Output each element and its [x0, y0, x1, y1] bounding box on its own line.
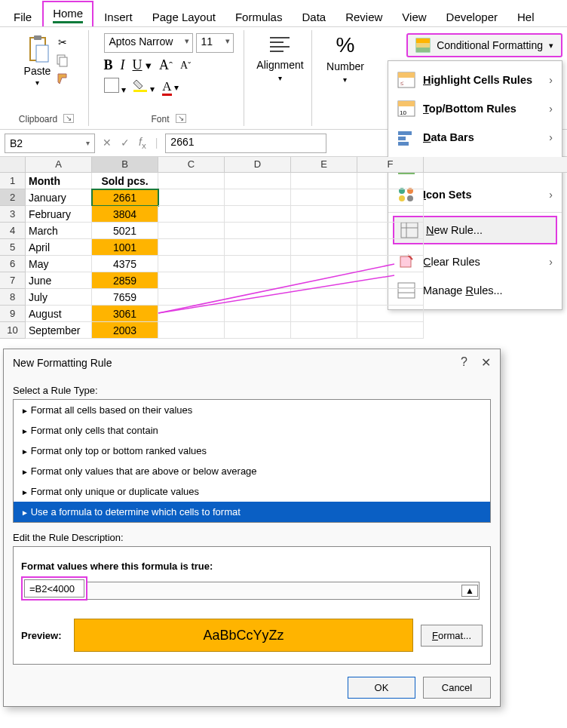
rule-type-option[interactable]: Format all cells based on their values	[14, 400, 490, 420]
formula-bar[interactable]: 2661	[165, 134, 326, 153]
cell[interactable]: 2859	[92, 272, 158, 289]
cell[interactable]	[225, 272, 291, 289]
cell[interactable]: Month	[26, 173, 92, 189]
cell[interactable]: 4375	[92, 256, 158, 272]
cf-menu-highlight-cells-rules[interactable]: ≤Highlight Cells Rules›	[388, 66, 562, 94]
cell[interactable]	[357, 173, 424, 189]
cell[interactable]: 5021	[92, 223, 158, 239]
rule-type-option[interactable]: Format only top or bottom ranked values	[14, 441, 490, 461]
cell[interactable]	[158, 223, 225, 239]
rule-type-option[interactable]: Format only unique or duplicate values	[14, 481, 490, 502]
cell[interactable]	[357, 289, 424, 306]
cell[interactable]	[291, 256, 357, 272]
rule-type-option[interactable]: Format only cells that contain	[14, 420, 490, 441]
cell[interactable]	[291, 206, 357, 223]
cell[interactable]	[291, 189, 357, 206]
cell[interactable]	[357, 272, 424, 289]
col-E[interactable]: E	[291, 157, 357, 172]
borders-button[interactable]: ▾	[104, 78, 127, 95]
cell[interactable]	[291, 173, 357, 189]
cell[interactable]	[225, 306, 291, 322]
paste-button[interactable]: Paste ▾	[23, 33, 53, 88]
cell[interactable]	[291, 322, 357, 339]
cell[interactable]: 3804	[92, 206, 158, 223]
cell[interactable]	[357, 206, 424, 223]
cell[interactable]	[158, 173, 225, 189]
cell[interactable]: July	[26, 289, 92, 306]
row-header[interactable]: 4	[0, 223, 26, 239]
row-header[interactable]: 7	[0, 272, 26, 289]
rule-type-list[interactable]: Format all cells based on their valuesFo…	[13, 399, 491, 523]
cell[interactable]: 3061	[92, 306, 158, 322]
menu-insert[interactable]: Insert	[95, 6, 142, 26]
row-header[interactable]: 1	[0, 173, 26, 189]
alignment-button[interactable]: Alignment ▾	[256, 33, 303, 82]
cell[interactable]	[158, 289, 225, 306]
cell[interactable]: February	[26, 206, 92, 223]
cell[interactable]	[225, 322, 291, 339]
menu-home[interactable]: Home	[42, 1, 93, 26]
cell[interactable]	[158, 272, 225, 289]
grow-font-icon[interactable]: Aˆ	[159, 57, 173, 73]
row-header[interactable]: 3	[0, 206, 26, 223]
menu-pagelayout[interactable]: Page Layout	[143, 6, 225, 26]
cell[interactable]	[158, 189, 225, 206]
format-button[interactable]: Format...	[421, 625, 483, 647]
cell[interactable]: April	[26, 239, 92, 256]
font-name-combo[interactable]: Aptos Narrow	[104, 33, 193, 53]
cell[interactable]	[158, 206, 225, 223]
formula-input[interactable]	[24, 579, 84, 597]
menu-data[interactable]: Data	[293, 6, 335, 26]
help-icon[interactable]: ?	[461, 355, 467, 370]
col-F[interactable]: F	[357, 157, 424, 172]
underline-button[interactable]: U ▾	[133, 57, 152, 73]
cancel-button[interactable]: Cancel	[423, 677, 491, 699]
bold-button[interactable]: B	[104, 57, 113, 73]
col-A[interactable]: A	[26, 157, 92, 172]
cell[interactable]	[158, 256, 225, 272]
fill-color-button[interactable]: ▾	[133, 78, 155, 94]
cell[interactable]	[291, 272, 357, 289]
row-header[interactable]: 5	[0, 239, 26, 256]
number-button[interactable]: % Number ▾	[326, 33, 364, 84]
menu-developer[interactable]: Developer	[437, 6, 507, 26]
cell[interactable]	[291, 306, 357, 322]
col-B[interactable]: B	[92, 157, 158, 172]
cf-menu-data-bars[interactable]: Data Bars›	[388, 123, 562, 152]
name-box[interactable]: B2	[5, 134, 95, 153]
cell[interactable]: August	[26, 306, 92, 322]
row-header[interactable]: 8	[0, 289, 26, 306]
cell[interactable]	[291, 239, 357, 256]
rule-type-option[interactable]: Use a formula to determine which cells t…	[14, 502, 490, 522]
font-color-button[interactable]: A ▾	[162, 79, 179, 94]
cell[interactable]	[158, 306, 225, 322]
cell[interactable]	[225, 256, 291, 272]
cell[interactable]	[357, 189, 424, 206]
cell[interactable]: Sold pcs.	[92, 173, 158, 189]
cell[interactable]	[225, 173, 291, 189]
cut-icon[interactable]: ✂	[55, 35, 70, 50]
cell[interactable]: January	[26, 189, 92, 206]
row-header[interactable]: 2	[0, 189, 26, 206]
select-all-corner[interactable]	[0, 157, 26, 172]
cell[interactable]: March	[26, 223, 92, 239]
font-size-combo[interactable]: 11	[196, 33, 234, 53]
formula-input-ext[interactable]	[87, 582, 480, 600]
row-header[interactable]: 6	[0, 256, 26, 272]
worksheet-grid[interactable]: A B C D E F 1MonthSold pcs.2January26613…	[0, 157, 567, 339]
col-D[interactable]: D	[225, 157, 291, 172]
cf-menu-top-bottom-rules[interactable]: 10Top/Bottom Rules›	[388, 94, 562, 123]
cell[interactable]	[225, 289, 291, 306]
cell[interactable]	[357, 256, 424, 272]
menu-review[interactable]: Review	[336, 6, 391, 26]
cell[interactable]: May	[26, 256, 92, 272]
fx-icon[interactable]: fx	[136, 136, 149, 150]
font-launcher-icon[interactable]: ↘	[176, 114, 186, 123]
cell[interactable]: 2003	[92, 322, 158, 339]
row-header[interactable]: 9	[0, 306, 26, 322]
cell[interactable]: June	[26, 272, 92, 289]
enter-formula-icon[interactable]: ✓	[118, 137, 133, 149]
cell[interactable]	[158, 239, 225, 256]
cancel-formula-icon[interactable]: ✕	[100, 137, 115, 149]
format-painter-icon[interactable]	[55, 71, 70, 86]
